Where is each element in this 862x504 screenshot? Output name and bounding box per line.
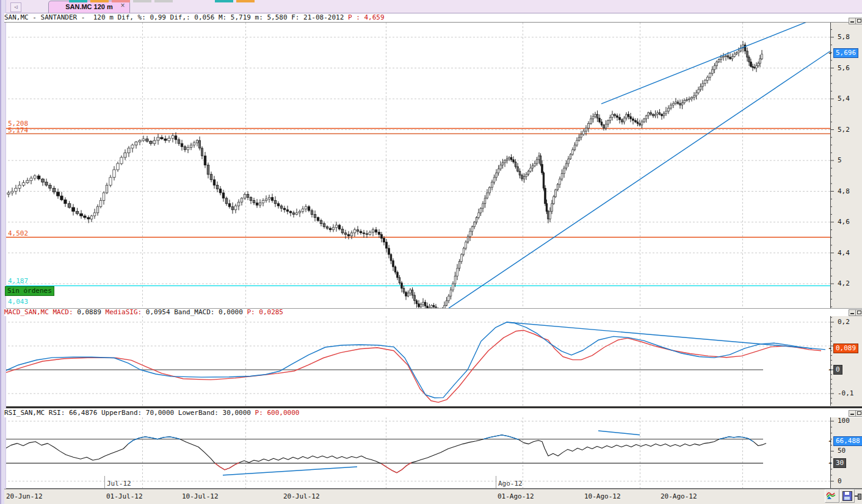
tab-bar: ◁ SAN.MC 120 m × (4, 0, 862, 13)
time-axis-strip (4, 489, 862, 504)
background-tab-fragment (69, 0, 87, 2)
background-tab-fragment (154, 0, 173, 2)
window-left-border (0, 0, 6, 504)
macd-header-seg-2: MediaSIG: (106, 309, 146, 316)
background-tab-fragment (90, 0, 109, 2)
rsi-header: RSI_SAN,MC RSI: 66,4876 UpperBand: 70,00… (4, 409, 862, 417)
chart-canvas[interactable] (0, 0, 862, 504)
macd-header-seg-4: Band_MACD: 0,0000 (174, 309, 247, 316)
rsi-header-text: RSI_SAN,MC RSI: 66,4876 UpperBand: 70,00… (4, 409, 255, 417)
macd-header-seg-0: MACD_SAN,MC MACD: (4, 309, 77, 316)
macd-pane-maximize-button[interactable] (855, 309, 862, 316)
close-icon[interactable]: × (119, 2, 126, 10)
refresh-chart-button[interactable] (825, 489, 839, 503)
background-tab-fragment (133, 0, 151, 2)
background-tab-fragment (236, 0, 255, 2)
macd-header-seg-3: 0,0954 (146, 309, 174, 316)
price-pane-maximize-button[interactable] (855, 18, 862, 24)
rsi-pane-maximize-button[interactable] (855, 410, 862, 417)
symbol-header-text: SAN,MC - SANTANDER - 120 m Dif, %: 0,99 … (4, 13, 348, 21)
macd-header-seg-5: P: 0,0285 (247, 309, 283, 316)
background-tab-fragment (112, 0, 130, 2)
trading-app-window: ◁ SAN.MC 120 m × SAN,MC - SANTANDER - 12… (0, 0, 862, 504)
macd-header-seg-1: 0,0889 (77, 309, 105, 316)
chart-refresh-icon (825, 490, 838, 500)
background-tab-fragment (215, 0, 233, 2)
push-pin-icon[interactable] (855, 492, 862, 500)
save-floppy-icon (842, 491, 852, 501)
tab-san-mc-120m[interactable]: SAN.MC 120 m × (48, 1, 130, 13)
symbol-header: SAN,MC - SANTANDER - 120 m Dif, %: 0,99 … (4, 13, 862, 23)
tab-label: SAN.MC 120 m (65, 3, 113, 10)
symbol-header-price: P : 4,659 (348, 13, 385, 21)
macd-header: MACD_SAN,MC MACD: 0,0889 MediaSIG: 0,095… (4, 309, 862, 316)
rsi-header-price: P: 600,0000 (255, 409, 300, 417)
save-button[interactable] (840, 489, 855, 503)
tab-nav-left-icon[interactable]: ◁ (10, 2, 21, 12)
